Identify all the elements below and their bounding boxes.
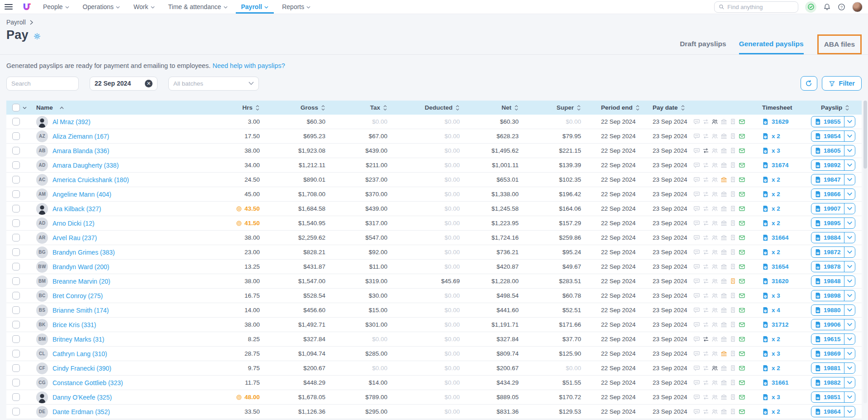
clear-date-icon[interactable]: ✕ [145,80,153,87]
employee-name-link[interactable]: Brandyn Ward (200) [52,263,110,270]
column-header-period-end[interactable]: Period end [583,104,642,111]
comment-icon[interactable] [693,365,700,372]
people-icon[interactable] [711,191,718,198]
transfer-icon[interactable] [702,350,709,357]
receipt-icon[interactable]: $ [730,263,736,270]
people-icon[interactable] [711,408,718,415]
people-icon[interactable] [711,176,718,183]
user-avatar[interactable] [852,2,863,12]
table-search-input[interactable] [11,80,74,87]
timesheet-link[interactable]: x 2 [762,336,780,343]
people-icon[interactable] [711,292,718,299]
comment-icon[interactable] [693,350,700,357]
row-checkbox[interactable] [12,364,20,372]
row-checkbox[interactable] [12,219,20,227]
bank-icon[interactable] [720,176,727,183]
transfer-icon[interactable] [702,292,709,299]
people-icon[interactable] [711,307,718,314]
comment-icon[interactable] [693,147,700,154]
bank-icon[interactable] [720,379,727,386]
timesheet-link[interactable]: x 2 [762,365,780,372]
bank-icon[interactable] [720,350,727,357]
transfer-icon[interactable] [702,408,709,415]
tab-generated-payslips[interactable]: Generated payslips [739,40,804,54]
employee-name-link[interactable]: Arvel Rau (237) [52,234,97,241]
receipt-icon[interactable]: $ [730,336,736,343]
column-header-pay-date[interactable]: Pay date [642,104,691,111]
people-icon[interactable] [711,278,718,285]
settings-gear-icon[interactable] [33,33,41,40]
payslip-dropdown-chevron-icon[interactable] [844,305,855,315]
payslip-button[interactable]: 19615 [811,333,855,345]
row-checkbox[interactable] [12,147,20,154]
comment-icon[interactable] [693,220,700,227]
breadcrumb-payroll[interactable]: Payroll [6,19,26,26]
payslip-dropdown-chevron-icon[interactable] [844,174,855,185]
brand-logo[interactable] [22,2,31,12]
email-envelope-icon[interactable] [739,307,745,314]
people-icon[interactable] [711,147,718,154]
people-icon[interactable] [711,394,718,401]
row-checkbox[interactable] [12,118,20,126]
email-envelope-icon[interactable] [739,278,745,285]
employee-name-link[interactable]: America Cruickshank (180) [52,176,129,183]
payslip-button[interactable]: 19878 [811,261,855,272]
email-envelope-icon[interactable] [739,176,745,183]
email-envelope-icon[interactable] [739,205,745,212]
help-with-payslips-link[interactable]: Need help with payslips? [212,62,285,69]
email-envelope-icon[interactable] [739,408,745,415]
transfer-icon[interactable] [702,147,709,154]
bank-icon[interactable] [720,133,727,140]
people-icon[interactable] [711,220,718,227]
timesheet-link[interactable]: 31654 [762,263,789,270]
global-search-input[interactable] [727,4,794,10]
transfer-icon[interactable] [702,263,709,270]
comment-icon[interactable] [693,176,700,183]
transfer-icon[interactable] [702,118,709,125]
row-checkbox[interactable] [12,350,20,357]
row-checkbox[interactable] [12,132,20,140]
payslip-dropdown-chevron-icon[interactable] [844,232,855,243]
comment-icon[interactable] [693,307,700,314]
receipt-icon[interactable]: $ [730,365,736,372]
receipt-icon[interactable]: $ [730,234,736,241]
bank-icon[interactable] [720,394,727,401]
bank-icon[interactable] [720,292,727,299]
transfer-icon[interactable] [702,278,709,285]
employee-name-link[interactable]: Dante Erdman (352) [52,408,110,415]
column-header-gross[interactable]: Gross [262,104,327,111]
status-check-icon[interactable] [805,1,816,13]
row-checkbox[interactable] [12,379,20,386]
payslip-button[interactable]: 19892 [811,159,855,171]
comment-icon[interactable] [693,249,700,256]
comment-icon[interactable] [693,394,700,401]
payslip-button[interactable]: 18605 [811,145,855,156]
comment-icon[interactable] [693,408,700,415]
vertical-scrollbar[interactable] [863,101,867,403]
row-checkbox[interactable] [12,306,20,314]
payslip-button[interactable]: 19848 [811,275,855,287]
row-checkbox[interactable] [12,277,20,285]
payslip-button[interactable]: 19851 [811,391,855,403]
payslip-button[interactable]: 19895 [811,217,855,229]
receipt-icon[interactable]: $ [730,408,736,415]
comment-icon[interactable] [693,191,700,198]
column-header-net[interactable]: Net [462,104,520,111]
transfer-icon[interactable] [702,321,709,328]
hamburger-menu-icon[interactable] [5,2,13,11]
payslip-button[interactable]: 19898 [811,290,855,301]
comment-icon[interactable] [693,162,700,169]
payslip-button[interactable]: 19907 [811,203,855,214]
timesheet-link[interactable]: 31674 [762,162,789,169]
receipt-icon[interactable]: $ [730,205,736,212]
payslip-button[interactable]: 19864 [811,406,855,417]
receipt-icon[interactable]: $ [730,162,736,169]
receipt-icon[interactable]: $ [730,307,736,314]
transfer-icon[interactable] [702,220,709,227]
email-envelope-icon[interactable] [739,394,745,401]
email-envelope-icon[interactable] [739,118,745,125]
employee-name-link[interactable]: Arno Dicki (12) [52,220,95,227]
bank-icon[interactable] [720,118,727,125]
transfer-icon[interactable] [702,336,709,343]
timesheet-link[interactable]: x 2 [762,133,780,140]
